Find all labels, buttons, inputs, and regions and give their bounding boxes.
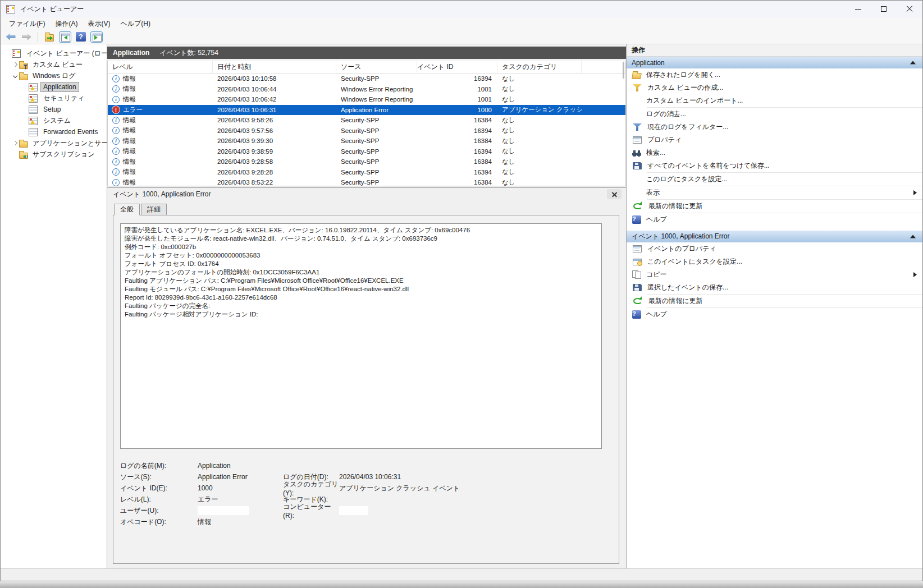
help-icon: ?: [632, 215, 641, 224]
menu-item[interactable]: ヘルプ(H): [115, 18, 156, 30]
tree-item[interactable]: カスタム ビュー: [1, 59, 107, 70]
menu-item[interactable]: ファイル(F): [4, 18, 50, 30]
tree-item[interactable]: Windows ログ: [1, 70, 107, 81]
event-description-line: 例外コード: 0xc000027b: [125, 243, 597, 251]
log-event-icon: [29, 94, 38, 103]
collapse-icon: [910, 61, 916, 65]
event-row[interactable]: i情報2026/04/03 10:06:44Windows Error Repo…: [108, 84, 625, 95]
detail-close-button[interactable]: [607, 189, 622, 199]
event-id-cell: 16394: [417, 148, 497, 155]
tree-item[interactable]: Setup: [1, 104, 107, 115]
show-action-pane-icon: [90, 31, 103, 43]
info-level-icon: i: [112, 179, 120, 186]
action-section-header[interactable]: Application: [627, 57, 922, 68]
action-item[interactable]: カスタム ビューの作成...: [627, 81, 922, 94]
event-description-line: Faulting アプリケーション パス: C:¥Program Files¥M…: [125, 277, 597, 285]
category-cell: なし: [497, 75, 582, 83]
event-row[interactable]: i情報2026/04/03 9:28:58Security-SPP16384なし: [108, 157, 625, 167]
tree-item-label: アプリケーションとサービス ログ: [30, 138, 107, 149]
event-row[interactable]: i情報2026/04/03 9:39:30Security-SPP16384なし: [108, 136, 625, 146]
event-description-box[interactable]: 障害が発生しているアプリケーション名: EXCEL.EXE、バージョン: 16.…: [120, 223, 602, 449]
datetime-cell: 2026/04/03 9:38:59: [213, 148, 336, 155]
action-item[interactable]: 最新の情報に更新: [627, 200, 922, 213]
action-item[interactable]: 選択したイベントの保存...: [627, 281, 922, 294]
back-icon: [6, 33, 16, 40]
action-item-label: ヘルプ: [646, 215, 667, 224]
action-item[interactable]: コピー: [627, 268, 922, 281]
field-label: ソース(S):: [120, 472, 198, 482]
show-console-tree-icon: [59, 31, 71, 43]
back-button[interactable]: [4, 31, 17, 43]
forward-icon: [22, 33, 31, 40]
desktop-edge: [0, 581, 923, 588]
column-header[interactable]: 日付と時刻: [213, 61, 336, 73]
action-item[interactable]: すべてのイベントを名前をつけて保存...: [627, 159, 922, 172]
event-row[interactable]: i情報2026/04/03 8:53:22Security-SPP16384なし: [108, 177, 625, 186]
tree-item[interactable]: Application: [1, 81, 107, 93]
forward-button[interactable]: [20, 31, 33, 43]
actions-sections: Application保存されたログを開く...カスタム ビューの作成...カス…: [627, 57, 922, 321]
show-console-tree-button[interactable]: [58, 31, 72, 43]
tree-item[interactable]: イベント ビューアー (ローカル): [1, 48, 107, 59]
action-section-header[interactable]: イベント 1000, Application Error: [627, 231, 922, 242]
tree-item[interactable]: システム: [1, 115, 107, 126]
action-item[interactable]: 保存されたログを開く...: [627, 68, 922, 81]
vertical-scrollbar[interactable]: [623, 62, 624, 79]
tree-item[interactable]: Forwarded Events: [1, 126, 107, 137]
help-button[interactable]: ?: [74, 31, 88, 43]
action-item[interactable]: このイベントにタスクを設定...: [627, 255, 922, 268]
tab-details[interactable]: 詳細: [141, 204, 167, 215]
menu-item[interactable]: 表示(V): [83, 18, 115, 30]
event-row[interactable]: i情報2026/04/03 9:57:56Security-SPP16394なし: [108, 126, 625, 136]
action-item[interactable]: ?ヘルプ: [627, 213, 922, 226]
folder-filter-icon: [19, 63, 28, 69]
info-level-icon: i: [112, 127, 120, 134]
info-level-icon: i: [112, 168, 120, 176]
action-item-label: 選択したイベントの保存...: [647, 283, 728, 292]
event-row[interactable]: !エラー2026/04/03 10:06:31Application Error…: [108, 105, 625, 116]
column-header[interactable]: タスクのカテゴリ: [497, 61, 582, 73]
tree-item[interactable]: アプリケーションとサービス ログ: [1, 137, 107, 149]
action-item[interactable]: 最新の情報に更新: [627, 295, 922, 307]
column-header[interactable]: イベント ID: [417, 61, 497, 73]
log-name: Application: [113, 49, 149, 57]
chevron-right-icon[interactable]: [11, 141, 19, 145]
event-id-cell: 16384: [417, 179, 497, 186]
event-row[interactable]: i情報2026/04/03 10:06:42Windows Error Repo…: [108, 94, 625, 105]
event-row[interactable]: i情報2026/04/03 9:58:26Security-SPP16384なし: [108, 115, 625, 126]
tree-item-label: システム: [41, 116, 73, 126]
menu-item[interactable]: 操作(A): [50, 18, 83, 30]
action-item[interactable]: 現在のログをフィルター...: [627, 121, 922, 134]
submenu-arrow-icon: [913, 272, 917, 277]
export-log-icon: [45, 34, 54, 42]
action-item[interactable]: ?ヘルプ: [627, 308, 922, 321]
category-cell: アプリケーション クラッシュ イ...: [497, 105, 582, 114]
field-row: レベル(L):エラー: [120, 494, 283, 505]
event-table: レベル日付と時刻ソースイベント IDタスクのカテゴリ i情報2026/04/03…: [107, 61, 626, 186]
tab-general[interactable]: 全般: [114, 204, 140, 215]
tree-item[interactable]: セキュリティ: [1, 93, 107, 104]
export-button[interactable]: [43, 31, 56, 43]
chevron-right-icon[interactable]: [11, 63, 19, 66]
event-row[interactable]: i情報2026/04/03 9:28:28Security-SPP16394なし: [108, 167, 625, 178]
event-viewer-icon: [12, 49, 21, 58]
minimize-button[interactable]: [845, 1, 871, 17]
maximize-button[interactable]: [871, 1, 897, 17]
column-header[interactable]: ソース: [336, 61, 417, 73]
show-action-pane-button[interactable]: [90, 31, 103, 43]
action-item[interactable]: カスタム ビューのインポート...: [627, 94, 922, 107]
action-item[interactable]: このログにタスクを設定...: [627, 173, 922, 186]
action-item[interactable]: イベントのプロパティ: [627, 242, 922, 255]
tree-item[interactable]: サブスクリプション: [1, 149, 107, 160]
action-item[interactable]: ログの消去...: [627, 108, 922, 121]
column-header[interactable]: レベル: [108, 61, 213, 73]
action-item[interactable]: 検索...: [627, 146, 922, 159]
chevron-down-icon[interactable]: [11, 74, 19, 77]
event-row[interactable]: i情報2026/04/03 9:38:59Security-SPP16394なし: [108, 146, 625, 157]
action-item[interactable]: プロパティ: [627, 134, 922, 146]
close-button[interactable]: [897, 1, 922, 17]
field-value: Application: [198, 462, 231, 470]
action-item[interactable]: 表示: [627, 186, 922, 199]
action-item-label: イベントのプロパティ: [647, 244, 716, 254]
event-row[interactable]: i情報2026/04/03 10:10:58Security-SPP16394な…: [108, 74, 625, 84]
